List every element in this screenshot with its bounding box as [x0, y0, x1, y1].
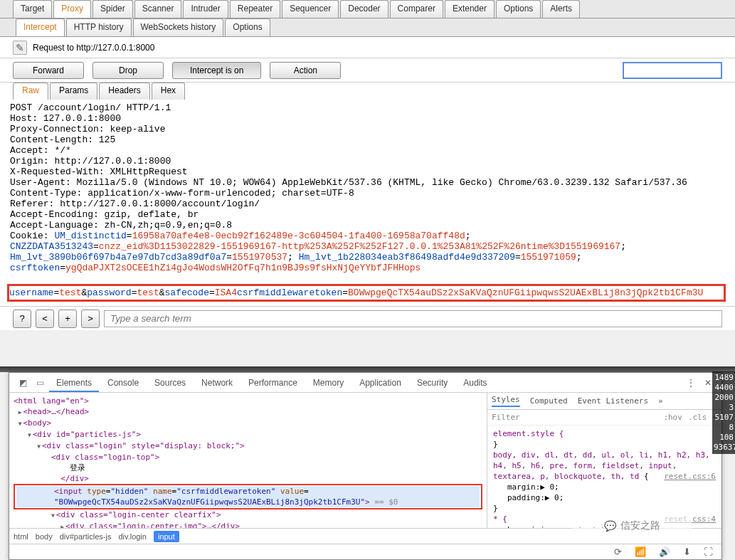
raw-tabs: Raw Params Headers Hex	[0, 83, 735, 100]
prev-button[interactable]: <	[36, 310, 54, 328]
filter-label[interactable]: Filter	[492, 413, 520, 422]
tab-decoder[interactable]: Decoder	[340, 0, 388, 18]
device-icon[interactable]: ▭	[32, 375, 48, 391]
rawtab-params[interactable]: Params	[50, 83, 97, 100]
expand-icon[interactable]: ⛶	[704, 546, 713, 557]
rawtab-hex[interactable]: Hex	[152, 83, 185, 100]
dom-highlight-box: <input type="hidden" name="csrfmiddlewar…	[14, 484, 482, 509]
tab-repeater[interactable]: Repeater	[230, 0, 280, 18]
styles-tabs: Styles Computed Event Listeners »	[487, 393, 721, 410]
inspect-icon[interactable]: ◩	[15, 375, 31, 391]
crumb-login[interactable]: div.login	[118, 532, 147, 541]
dttab-elements[interactable]: Elements	[49, 374, 99, 392]
styles-panel: Styles Computed Event Listeners » Filter…	[487, 393, 721, 528]
burp-main-tabs: Target Proxy Spider Scanner Intruder Rep…	[0, 0, 735, 19]
rawtab-raw[interactable]: Raw	[13, 83, 48, 100]
stab-styles[interactable]: Styles	[492, 395, 520, 407]
divider	[0, 366, 735, 372]
dom-tree[interactable]: <html lang="en"> <head>…</head> <body> <…	[9, 393, 487, 528]
intercept-toggle[interactable]: Intercept is on	[172, 62, 261, 79]
dttab-security[interactable]: Security	[410, 374, 455, 392]
subtab-ws-history[interactable]: WebSockets history	[133, 19, 224, 36]
rawtab-headers[interactable]: Headers	[99, 83, 149, 100]
crumb-input[interactable]: input	[154, 531, 179, 542]
tab-target[interactable]: Target	[13, 0, 52, 18]
watermark: 💬 信安之路	[571, 512, 692, 540]
network-icon[interactable]: 📶	[635, 546, 646, 557]
dttab-performance[interactable]: Performance	[241, 374, 305, 392]
dttab-memory[interactable]: Memory	[306, 374, 351, 392]
forward-button[interactable]: Forward	[13, 62, 84, 79]
hov-toggle[interactable]: :hov	[663, 413, 682, 422]
crumb-html[interactable]: html	[14, 532, 28, 541]
tab-intruder[interactable]: Intruder	[183, 0, 228, 18]
download-icon[interactable]: ⬇	[683, 546, 691, 557]
highlight-box: username=test&password=test&safecode=ISA…	[7, 284, 726, 302]
side-numbers: 1489 4400 2000 3 5107 8 108 93637	[712, 371, 735, 454]
search-input-top[interactable]	[623, 62, 722, 79]
sound-icon[interactable]: 🔊	[659, 546, 670, 557]
tab-comparer[interactable]: Comparer	[390, 0, 443, 18]
crumb-body[interactable]: body	[36, 532, 53, 541]
dttab-network[interactable]: Network	[194, 374, 240, 392]
tab-options[interactable]: Options	[496, 0, 541, 18]
tab-scanner[interactable]: Scanner	[134, 0, 182, 18]
help-button[interactable]: ?	[13, 310, 31, 328]
devtools-tabs: ◩ ▭ Elements Console Sources Network Per…	[9, 373, 721, 393]
styles-filter: Filter :hov .cls +	[487, 410, 721, 426]
dttab-console[interactable]: Console	[100, 374, 146, 392]
request-bar: Request to http://127.0.0.1:8000	[0, 37, 735, 58]
stab-computed[interactable]: Computed	[530, 396, 568, 406]
dttab-application[interactable]: Application	[352, 374, 408, 392]
action-button[interactable]: Action	[270, 62, 341, 79]
dttab-sources[interactable]: Sources	[147, 374, 193, 392]
drop-button[interactable]: Drop	[92, 62, 164, 79]
subtab-intercept[interactable]: Intercept	[16, 19, 65, 36]
animation-icon[interactable]: ⟳	[614, 546, 622, 557]
devtools-footer: ⟳ 📶 🔊 ⬇ ⛶	[9, 544, 721, 559]
tab-proxy[interactable]: Proxy	[53, 0, 91, 18]
tab-spider[interactable]: Spider	[92, 0, 133, 18]
tab-sequencer[interactable]: Sequencer	[282, 0, 339, 18]
kebab-icon[interactable]: ⋮	[683, 375, 699, 391]
tab-extender[interactable]: Extender	[445, 0, 495, 18]
request-body[interactable]: POST /account/login/ HTTP/1.1 Host: 127.…	[0, 100, 735, 306]
stab-events[interactable]: Event Listeners	[578, 396, 648, 406]
bottom-search-bar: ? < + >	[0, 306, 735, 330]
add-button[interactable]: +	[58, 310, 77, 328]
crumb-particles[interactable]: div#particles-js	[60, 532, 112, 541]
cls-toggle[interactable]: .cls	[688, 413, 707, 422]
tab-alerts[interactable]: Alerts	[542, 0, 580, 18]
search-input[interactable]	[104, 310, 722, 327]
subtab-options[interactable]: Options	[225, 19, 270, 36]
request-label: Request to http://127.0.0.1:8000	[33, 43, 154, 53]
dttab-audits[interactable]: Audits	[456, 374, 494, 392]
edit-icon[interactable]	[13, 41, 27, 55]
action-row: Forward Drop Intercept is on Action	[0, 58, 735, 83]
stab-more[interactable]: »	[658, 396, 663, 406]
subtab-http-history[interactable]: HTTP history	[66, 19, 132, 36]
next-button[interactable]: >	[81, 310, 100, 328]
burp-sub-tabs: Intercept HTTP history WebSockets histor…	[0, 19, 735, 37]
wechat-icon: 💬	[604, 520, 616, 532]
